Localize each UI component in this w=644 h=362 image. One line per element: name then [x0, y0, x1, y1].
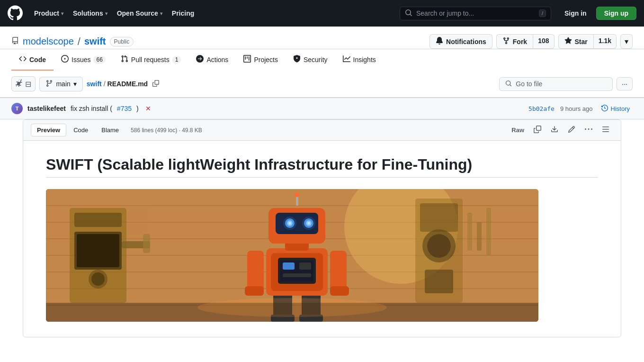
- issue-icon: [61, 55, 69, 64]
- github-logo[interactable]: [8, 5, 23, 22]
- file-meta: 586 lines (499 loc) · 49.8 KB: [131, 127, 202, 134]
- copy-path-button[interactable]: [150, 78, 162, 90]
- star-button[interactable]: Star: [558, 34, 594, 49]
- repo-tabs: Code Issues 66 Pull requests 1 Actions P…: [0, 49, 644, 71]
- file-content: SWIFT (Scalable lightWeight Infrastructu…: [23, 141, 621, 337]
- sign-up-button[interactable]: Sign up: [596, 7, 636, 20]
- tab-insights[interactable]: Insights: [335, 49, 384, 71]
- repo-header: modelscope / swift Public Notifications …: [0, 27, 644, 49]
- star-group: Star 1.1k: [558, 34, 617, 49]
- commit-author-link[interactable]: tastelikefeet: [27, 105, 66, 112]
- readme-image: [46, 189, 538, 322]
- breadcrumb-repo-link[interactable]: swift: [87, 80, 102, 88]
- nav-links: Product ▾ Solutions ▾ Open Source ▾ Pric…: [30, 7, 198, 20]
- commit-message-end: ): [136, 105, 139, 112]
- tab-blame[interactable]: Blame: [95, 124, 125, 136]
- branch-icon: [45, 80, 53, 89]
- search-input[interactable]: [416, 9, 535, 17]
- notifications-button[interactable]: Notifications: [429, 34, 492, 49]
- avatar-image: T: [11, 103, 23, 114]
- breadcrumb-file: README.md: [107, 80, 148, 88]
- navbar: Product ▾ Solutions ▾ Open Source ▾ Pric…: [0, 0, 644, 27]
- history-icon: [601, 105, 608, 113]
- breadcrumb-separator: /: [104, 80, 106, 88]
- auth-buttons: Sign in Sign up: [559, 7, 636, 20]
- repo-separator: /: [78, 36, 80, 48]
- tab-issues[interactable]: Issues 66: [54, 49, 113, 71]
- tab-security-label: Security: [304, 56, 328, 63]
- svg-rect-52: [486, 208, 491, 255]
- solutions-chevron-icon: ▾: [105, 11, 107, 16]
- svg-rect-40: [77, 234, 119, 267]
- svg-rect-44: [143, 234, 150, 253]
- code-icon: [19, 55, 27, 64]
- repo-owner-link[interactable]: modelscope: [23, 36, 74, 47]
- repo-name-link[interactable]: swift: [84, 36, 106, 47]
- svg-point-30: [288, 222, 291, 225]
- open-source-chevron-icon: ▾: [160, 11, 162, 16]
- svg-point-42: [91, 272, 105, 286]
- product-chevron-icon: ▾: [61, 11, 63, 16]
- tab-pr-label: Pull requests: [131, 56, 170, 63]
- svg-rect-20: [247, 251, 264, 291]
- commit-meta: 5b02afe 9 hours ago History: [528, 104, 633, 114]
- tab-projects[interactable]: Projects: [236, 49, 286, 71]
- svg-rect-18: [299, 262, 311, 270]
- author-avatar: T: [11, 103, 23, 114]
- branch-selector[interactable]: main ▾: [39, 77, 82, 91]
- actions-icon: [196, 55, 204, 64]
- svg-point-34: [307, 222, 310, 225]
- nav-product[interactable]: Product ▾: [30, 7, 67, 20]
- add-list-button[interactable]: ▾: [620, 34, 633, 49]
- search-bar[interactable]: /: [400, 7, 551, 20]
- commit-hash-link[interactable]: 5b02afe: [528, 105, 555, 112]
- tab-code[interactable]: Code: [67, 124, 94, 136]
- svg-rect-35: [296, 196, 298, 206]
- commit-info: T tastelikefeet fix zsh install ( #735 )…: [11, 103, 151, 114]
- tab-code[interactable]: Code: [11, 49, 54, 71]
- svg-rect-51: [477, 222, 482, 251]
- svg-point-48: [427, 234, 451, 258]
- nav-solutions[interactable]: Solutions ▾: [69, 7, 111, 20]
- svg-rect-17: [283, 262, 295, 270]
- tab-pull-requests[interactable]: Pull requests 1: [113, 49, 189, 71]
- commit-time: 9 hours ago: [560, 105, 593, 112]
- commit-message: fix zsh install (: [71, 105, 112, 112]
- notifications-label: Notifications: [446, 38, 486, 45]
- tab-actions[interactable]: Actions: [188, 49, 236, 71]
- nav-open-source[interactable]: Open Source ▾: [113, 7, 166, 20]
- robot-illustration: [46, 189, 538, 322]
- sign-in-button[interactable]: Sign in: [559, 7, 592, 19]
- svg-rect-23: [330, 286, 349, 296]
- readme-title: SWIFT (Scalable lightWeight Infrastructu…: [46, 156, 598, 178]
- edit-button[interactable]: [564, 124, 579, 136]
- close-icon[interactable]: ✕: [145, 105, 151, 112]
- visibility-badge: Public: [110, 37, 134, 46]
- goto-file-input[interactable]: Go to file: [499, 77, 613, 91]
- copy-raw-button[interactable]: [530, 124, 545, 136]
- tab-actions-label: Actions: [206, 56, 228, 63]
- branch-chevron-icon: ▾: [73, 80, 77, 88]
- svg-rect-19: [283, 273, 311, 277]
- history-button[interactable]: History: [599, 104, 633, 114]
- fork-count: 108: [533, 34, 554, 49]
- outline-button[interactable]: [598, 124, 613, 136]
- repo-actions: Notifications Fork 108 Star 1.1k ▾: [429, 34, 633, 49]
- more-file-options-button[interactable]: [581, 124, 596, 136]
- nav-pricing[interactable]: Pricing: [168, 7, 198, 20]
- file-area: Preview Code Blame 586 lines (499 loc) ·…: [0, 119, 644, 349]
- pr-count: 1: [172, 56, 181, 63]
- tab-preview[interactable]: Preview: [31, 124, 66, 136]
- sidebar-toggle-button[interactable]: ⊟: [11, 76, 36, 91]
- raw-button[interactable]: Raw: [508, 125, 528, 136]
- insights-icon: [343, 55, 350, 64]
- star-icon: [564, 37, 572, 46]
- download-button[interactable]: [547, 124, 562, 136]
- commit-pr-link[interactable]: #735: [117, 105, 132, 112]
- nav-product-label: Product: [34, 9, 59, 17]
- tab-security[interactable]: Security: [286, 49, 335, 71]
- fork-button[interactable]: Fork: [496, 34, 533, 49]
- fork-icon: [502, 37, 510, 46]
- history-label: History: [611, 105, 630, 112]
- more-options-button[interactable]: ···: [617, 77, 633, 90]
